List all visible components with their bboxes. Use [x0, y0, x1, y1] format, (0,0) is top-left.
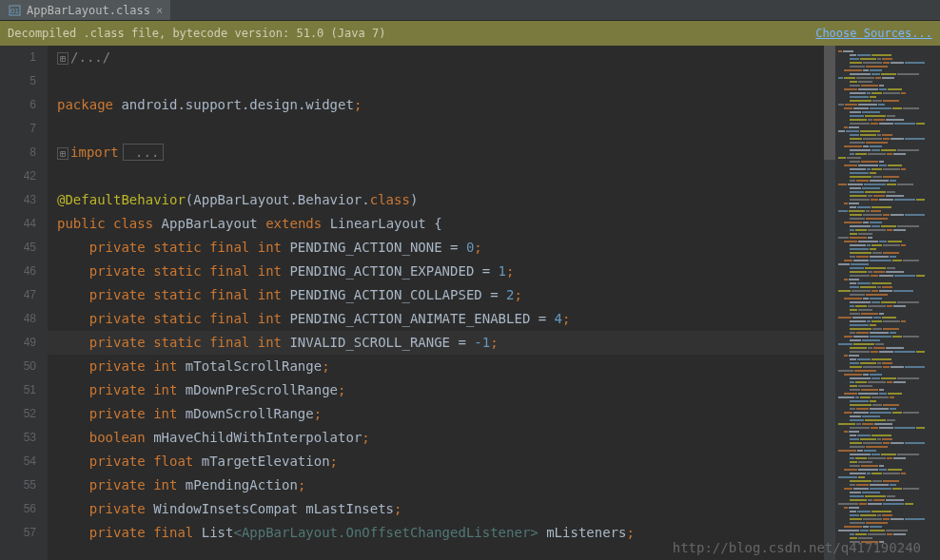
- code-line-highlighted: private static final int INVALID_SCROLL_…: [48, 331, 835, 355]
- line-number: 48: [0, 307, 36, 331]
- info-bar: Decompiled .class file, bytecode version…: [0, 21, 940, 46]
- code-line: private static final int PENDING_ACTION_…: [48, 283, 835, 307]
- code-line: [48, 69, 835, 93]
- line-number: 1: [0, 46, 36, 69]
- line-number: 44: [0, 212, 36, 236]
- code-line: private int mDownScrollRange;: [48, 402, 835, 426]
- line-gutter: 1 5 6 7 8 42 43 44 45 46 47 48 49 50 51 …: [0, 46, 48, 560]
- line-number: 5: [0, 69, 36, 93]
- editor: 1 5 6 7 8 42 43 44 45 46 47 48 49 50 51 …: [0, 46, 940, 560]
- line-number: 8: [0, 141, 36, 164]
- code-line: ⊞/.../: [48, 46, 835, 69]
- code-line: private int mDownPreScrollRange;: [48, 378, 835, 402]
- line-number: 46: [0, 260, 36, 283]
- minimap[interactable]: [835, 46, 940, 560]
- code-line: private static final int PENDING_ACTION_…: [48, 307, 835, 331]
- line-number: 56: [0, 497, 36, 521]
- line-number: 47: [0, 283, 36, 307]
- code-area[interactable]: ⊞/.../ package android.support.design.wi…: [48, 46, 835, 560]
- close-icon[interactable]: ×: [156, 4, 163, 17]
- code-line: boolean mHaveChildWithInterpolator;: [48, 426, 835, 450]
- code-line: [48, 164, 835, 188]
- scrollbar-thumb[interactable]: [824, 46, 835, 160]
- line-number: 50: [0, 355, 36, 378]
- file-tab[interactable]: 01 AppBarLayout.class ×: [0, 0, 170, 20]
- tab-title: AppBarLayout.class: [27, 4, 150, 17]
- code-line: private int mTotalScrollRange;: [48, 355, 835, 378]
- line-number: 45: [0, 236, 36, 260]
- code-line: private int mPendingAction;: [48, 473, 835, 497]
- code-line: package android.support.design.widget;: [48, 93, 835, 117]
- line-number: 6: [0, 93, 36, 117]
- code-line: private WindowInsetsCompat mLastInsets;: [48, 497, 835, 521]
- line-number: 49: [0, 331, 36, 355]
- line-number: 43: [0, 188, 36, 212]
- tab-bar: 01 AppBarLayout.class ×: [0, 0, 940, 21]
- code-line: [48, 117, 835, 141]
- code-line: public class AppBarLayout extends Linear…: [48, 212, 835, 236]
- line-number: 57: [0, 521, 36, 545]
- code-line: ⊞import ...: [48, 141, 835, 164]
- code-line: private float mTargetElevation;: [48, 450, 835, 473]
- line-number: 42: [0, 164, 36, 188]
- line-number: 7: [0, 117, 36, 141]
- info-message: Decompiled .class file, bytecode version…: [8, 27, 385, 40]
- code-line: private final List<AppBarLayout.OnOffset…: [48, 521, 835, 545]
- fold-icon[interactable]: ⊞: [57, 52, 69, 65]
- code-line: private static final int PENDING_ACTION_…: [48, 260, 835, 283]
- code-line: @DefaultBehavior(AppBarLayout.Behavior.c…: [48, 188, 835, 212]
- class-file-icon: 01: [8, 4, 21, 17]
- line-number: 54: [0, 450, 36, 473]
- line-number: 51: [0, 378, 36, 402]
- fold-icon[interactable]: ⊞: [57, 147, 69, 160]
- vertical-scrollbar[interactable]: [824, 46, 835, 560]
- line-number: 53: [0, 426, 36, 450]
- choose-sources-link[interactable]: Choose Sources...: [815, 27, 932, 40]
- code-line: private static final int PENDING_ACTION_…: [48, 236, 835, 260]
- line-number: 55: [0, 473, 36, 497]
- line-number: 52: [0, 402, 36, 426]
- svg-text:01: 01: [10, 7, 19, 15]
